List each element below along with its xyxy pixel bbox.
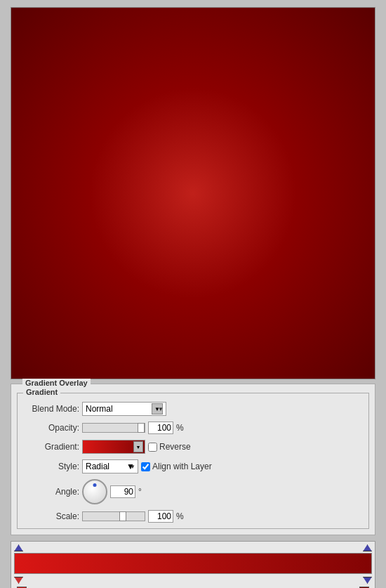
align-with-layer-text: Align with Layer: [152, 462, 212, 471]
gradient-picker-row: Gradient: ▼ Reverse: [23, 440, 363, 454]
scale-label: Scale:: [23, 511, 79, 521]
stop-handles-top: [14, 544, 372, 551]
style-label: Style:: [23, 462, 79, 471]
reverse-label: Reverse: [159, 442, 191, 452]
style-dropdown[interactable]: Radial ▼: [82, 459, 138, 473]
opacity-row: Opacity: 100 %: [23, 422, 363, 434]
gradient-picker-arrow-icon[interactable]: ▼: [133, 441, 143, 452]
opacity-input[interactable]: 100: [148, 422, 173, 434]
stop-handle-right-bottom[interactable]: [363, 577, 372, 584]
style-select-wrapper[interactable]: Radial ▼: [82, 459, 138, 473]
blend-mode-row: Blend Mode: Normal ▼: [23, 402, 363, 416]
blend-mode-arrow-icon: ▼: [152, 403, 163, 414]
style-arrow-icon: ▼: [126, 462, 135, 471]
opacity-unit: %: [176, 423, 184, 433]
gradient-overlay-fieldset: Gradient Overlay Gradient Blend Mode: No…: [11, 384, 375, 535]
align-with-layer-checkbox[interactable]: [141, 462, 150, 471]
gradient-picker[interactable]: ▼: [82, 440, 145, 454]
stop-handle-left-bottom[interactable]: [14, 577, 23, 584]
gradient-bar-outer: #d91614 #830404: [11, 541, 375, 588]
angle-knob[interactable]: [82, 479, 107, 504]
scale-row: Scale: 100 %: [23, 510, 363, 523]
gradient-inner-fieldset: Gradient Blend Mode: Normal ▼ Opacity: 1…: [17, 393, 369, 529]
angle-input[interactable]: 90: [110, 485, 135, 498]
blend-mode-value: Normal: [86, 404, 113, 414]
blend-mode-dropdown[interactable]: Normal ▼: [82, 402, 166, 416]
gradient-overlay-title: Gradient Overlay: [22, 379, 91, 387]
style-value: Radial: [86, 462, 109, 471]
angle-knob-container[interactable]: [82, 479, 107, 504]
opacity-slider[interactable]: [82, 423, 145, 433]
reverse-checkbox[interactable]: [148, 443, 157, 452]
reverse-checkbox-label[interactable]: Reverse: [148, 442, 191, 452]
stop-handles-bottom: [14, 575, 372, 584]
gradient-label: Gradient:: [23, 442, 79, 452]
stop-handle-right-top[interactable]: [363, 544, 372, 551]
canvas-preview: [11, 7, 375, 379]
gradient-overlay-panel: Gradient Overlay Gradient Blend Mode: No…: [11, 384, 375, 535]
opacity-label: Opacity:: [23, 423, 79, 433]
angle-unit: °: [138, 487, 142, 497]
angle-dot: [93, 483, 97, 487]
stop-handle-left-top[interactable]: [14, 544, 23, 551]
scale-input[interactable]: 100: [148, 510, 173, 523]
gradient-bar-track[interactable]: [14, 553, 372, 574]
angle-label: Angle:: [23, 487, 79, 497]
blend-mode-select-wrapper[interactable]: Normal ▼: [82, 402, 166, 416]
scale-unit: %: [176, 511, 184, 521]
style-row: Style: Radial ▼ Align with Layer: [23, 459, 363, 473]
blend-mode-label: Blend Mode:: [23, 404, 79, 414]
gradient-section-title: Gradient: [23, 388, 60, 396]
scale-slider[interactable]: [82, 511, 145, 521]
angle-row: Angle: 90 °: [23, 479, 363, 504]
gradient-bar-section: #d91614 #830404: [11, 541, 375, 588]
align-with-layer-label[interactable]: Align with Layer: [141, 462, 212, 471]
